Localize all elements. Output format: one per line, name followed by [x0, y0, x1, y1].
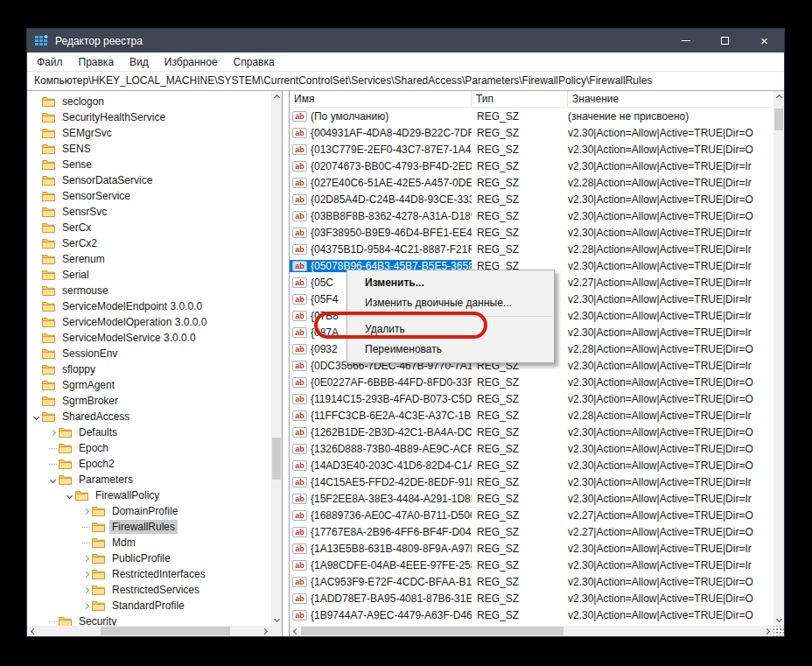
column-header-type[interactable]: Тип	[472, 91, 568, 107]
value-name-cell[interactable]: ab{013C779E-2EF0-43C7-87E7-1A436...	[290, 144, 472, 156]
tree-horizontal-scrollbar[interactable]	[27, 626, 271, 636]
scroll-up-arrow[interactable]	[774, 91, 784, 102]
chevron-right-icon[interactable]	[83, 508, 89, 514]
menu-favorites[interactable]: Избранное	[157, 53, 226, 71]
value-name-cell[interactable]: ab{02D85A4D-C24B-44D8-93CE-3331...	[290, 193, 472, 206]
tree-item[interactable]: SharedAccess	[27, 409, 271, 424]
chevron-down-icon[interactable]	[50, 476, 56, 482]
value-name-cell[interactable]: ab{1AC953F9-E72F-4CDC-BFAA-B18...	[290, 576, 472, 588]
value-name-cell[interactable]: ab{17767E8A-2B96-4FF6-BF4F-D042D...	[290, 526, 472, 538]
tree-item[interactable]: Mdm	[27, 535, 271, 550]
value-row[interactable]: ab{11914C15-293B-4FAD-B073-C5DE...REG_SZ…	[290, 390, 774, 407]
context-menu-item-generic[interactable]: Переименовать	[347, 340, 554, 360]
tree-item[interactable]: Epoch	[27, 440, 271, 456]
tree-item[interactable]: ServiceModelEndpoint 3.0.0.0	[27, 298, 271, 314]
tree-item[interactable]: SerCx2	[27, 235, 271, 251]
value-row[interactable]: ab{1AC953F9-E72F-4CDC-BFAA-B18...REG_SZv…	[290, 573, 774, 590]
value-name-cell[interactable]: ab{1A98CDFE-04AB-4EEE-97FE-2581...	[290, 559, 472, 571]
value-name-cell[interactable]: ab{02074673-BB0C-4793-BF4D-2ED9...	[290, 160, 472, 172]
value-name-cell[interactable]: ab{027E40C6-51AE-42E5-A457-0DE1...	[290, 177, 472, 189]
tree-item[interactable]: SensorService	[27, 188, 271, 204]
column-header-value[interactable]: Значение	[568, 91, 774, 107]
tree-item[interactable]: SgrmAgent	[27, 377, 271, 393]
value-name-cell[interactable]: ab{11914C15-293B-4FAD-B073-C5DE...	[290, 393, 472, 405]
scroll-up-arrow[interactable]	[271, 91, 282, 102]
menu-edit[interactable]: Правка	[71, 53, 122, 71]
tree-item[interactable]: RestrictedServices	[27, 582, 271, 598]
list-horizontal-scrollbar[interactable]	[290, 626, 774, 636]
value-name-cell[interactable]: ab{04375B1D-9584-4C21-8887-F21F3...	[290, 243, 472, 256]
tree-item[interactable]: SensorDataService	[27, 172, 271, 188]
value-row[interactable]: ab{14C15AE5-FFD2-42DE-8EDF-91B3...REG_SZ…	[290, 473, 774, 490]
value-name-cell[interactable]: ab{1ADD78E7-BA95-4081-87B6-31E6...	[290, 592, 472, 605]
scroll-left-arrow[interactable]	[290, 626, 300, 636]
chevron-right-icon[interactable]	[83, 555, 89, 561]
value-name-cell[interactable]: ab{03BB8F8B-8362-4278-A31A-D189...	[290, 210, 472, 222]
value-name-cell[interactable]: ab{03F38950-B9E9-46D4-BFE1-EE418...	[290, 227, 472, 239]
chevron-right-icon[interactable]	[83, 602, 89, 608]
value-row[interactable]: ab{1A98CDFE-04AB-4EEE-97FE-2581...REG_SZ…	[290, 557, 774, 573]
resize-grip[interactable]	[774, 626, 784, 636]
close-button[interactable]: ×	[745, 29, 784, 53]
value-row[interactable]: ab{013C779E-2EF0-43C7-87E7-1A436...REG_S…	[290, 141, 774, 158]
tree-item[interactable]: sermouse	[27, 283, 271, 298]
value-row[interactable]: ab{0E0227AF-6BBB-44FD-8FD0-33FF...REG_SZ…	[290, 374, 774, 390]
value-row[interactable]: ab{03F38950-B9E9-46D4-BFE1-EE418...REG_S…	[290, 224, 774, 241]
menu-help[interactable]: Справка	[226, 53, 283, 71]
tree-vscroll-thumb[interactable]	[272, 438, 281, 480]
pane-splitter[interactable]	[283, 91, 289, 636]
tree-item[interactable]: Defaults	[27, 424, 271, 440]
value-row[interactable]: ab{17767E8A-2B96-4FF6-BF4F-D042D...REG_S…	[290, 523, 774, 540]
tree-item[interactable]: Serenum	[27, 251, 271, 267]
value-name-cell[interactable]: ab{11FFC3CB-6E2A-4C3E-A37C-1BE2...	[290, 410, 472, 422]
tree-item[interactable]: SENS	[27, 141, 271, 157]
value-name-cell[interactable]: ab{004931AF-4DA8-4D29-B22C-7DFF...	[290, 127, 472, 139]
tree-item[interactable]: Epoch2	[27, 456, 271, 472]
chevron-right-icon[interactable]	[83, 586, 89, 592]
value-name-cell[interactable]: ab{14C15AE5-FFD2-42DE-8EDF-91B3...	[290, 476, 472, 488]
value-name-cell[interactable]: ab{1B9744A7-A9EC-4479-A63F-D467...	[290, 609, 472, 621]
chevron-down-icon[interactable]	[33, 413, 39, 419]
value-row[interactable]: ab{027E40C6-51AE-42E5-A457-0DE1...REG_SZ…	[290, 174, 774, 191]
value-row[interactable]: ab{04375B1D-9584-4C21-8887-F21F3...REG_S…	[290, 241, 774, 257]
tree-item[interactable]: SerCx	[27, 220, 271, 235]
value-row[interactable]: ab{1B9744A7-A9EC-4479-A63F-D467...REG_SZ…	[290, 606, 774, 623]
tree-vertical-scrollbar[interactable]	[271, 91, 282, 626]
menu-file[interactable]: Файл	[29, 53, 71, 71]
value-name-cell[interactable]: ab{15F2EE8A-38E3-4484-A291-1D8F8...	[290, 493, 472, 505]
menu-view[interactable]: Вид	[122, 53, 157, 71]
value-name-cell[interactable]: ab{1326D888-73B0-4B89-AE9C-ACF6...	[290, 443, 472, 455]
scroll-down-arrow[interactable]	[774, 615, 784, 626]
tree-item[interactable]: FirewallPolicy	[27, 487, 271, 503]
tree-item[interactable]: PublicProfile	[27, 550, 271, 566]
chevron-right-icon[interactable]	[83, 571, 89, 577]
value-row[interactable]: ab{1262B1DE-2B3D-42C1-BA4A-DCB...REG_SZv…	[290, 424, 774, 440]
maximize-button[interactable]	[705, 29, 745, 53]
chevron-right-icon[interactable]	[50, 429, 56, 435]
tree-item[interactable]: ServiceModelService 3.0.0.0	[27, 330, 271, 346]
tree-item[interactable]: StandardProfile	[27, 598, 271, 613]
tree-hscroll-thumb[interactable]	[101, 627, 230, 635]
value-row[interactable]: ab{1326D888-73B0-4B89-AE9C-ACF6...REG_SZ…	[290, 440, 774, 457]
list-hscroll-thumb[interactable]	[301, 627, 564, 635]
value-row[interactable]: ab{14AD3E40-203C-41D6-82D4-C1A...REG_SZv…	[290, 457, 774, 473]
list-vertical-scrollbar[interactable]	[774, 91, 784, 626]
address-bar[interactable]: Компьютер\HKEY_LOCAL_MACHINE\SYSTEM\Curr…	[27, 72, 784, 91]
value-row[interactable]: ab{03BB8F8B-8362-4278-A31A-D189...REG_SZ…	[290, 207, 774, 224]
tree-item[interactable]: Security	[27, 613, 271, 626]
value-row[interactable]: ab{02D85A4D-C24B-44D8-93CE-3331...REG_SZ…	[290, 191, 774, 207]
value-row[interactable]: ab{02074673-BB0C-4793-BF4D-2ED9...REG_SZ…	[290, 158, 774, 174]
tree-item[interactable]: SensrSvc	[27, 204, 271, 220]
title-bar[interactable]: Редактор реестра ×	[27, 29, 784, 53]
context-menu-item-generic[interactable]: Изменить двоичные данные...	[347, 293, 554, 313]
value-row[interactable]: ab{1A13E5B8-631B-4809-8F9A-A97E...REG_SZ…	[290, 540, 774, 557]
tree-item[interactable]: SEMgrSvc	[27, 125, 271, 141]
tree-item[interactable]: seclogon	[27, 94, 271, 109]
value-name-cell[interactable]: ab{14AD3E40-203C-41D6-82D4-C1A...	[290, 459, 472, 472]
value-row[interactable]: ab{1ADD78E7-BA95-4081-87B6-31E6...REG_SZ…	[290, 590, 774, 606]
tree-item[interactable]: Serial	[27, 267, 271, 283]
value-row[interactable]: ab(По умолчанию)REG_SZ(значение не присв…	[290, 108, 774, 124]
value-row[interactable]: ab{16889736-AE0C-47A0-B711-D500...REG_SZ…	[290, 507, 774, 523]
minimize-button[interactable]	[666, 29, 705, 53]
scroll-left-arrow[interactable]	[27, 626, 38, 636]
